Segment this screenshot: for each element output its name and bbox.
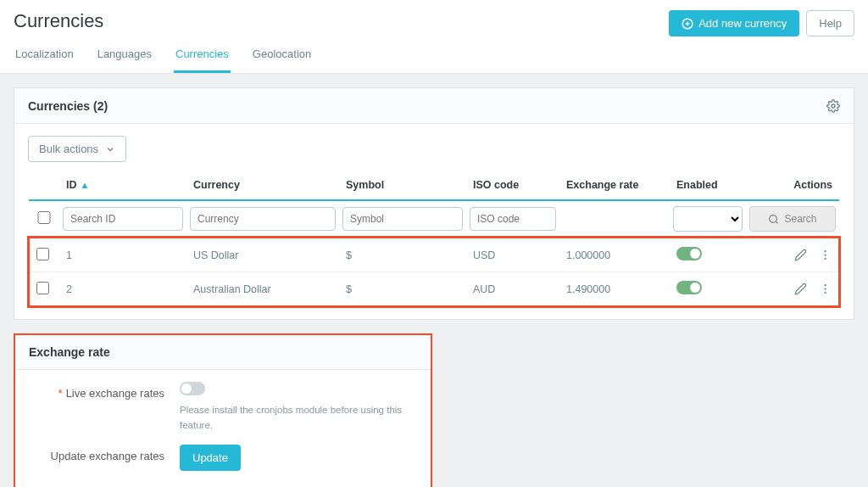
- update-rates-row: Update exchange rates Update: [29, 445, 417, 471]
- chevron-down-icon: [105, 144, 115, 154]
- edit-icon[interactable]: [794, 249, 807, 261]
- bulk-actions-button[interactable]: Bulk actions: [28, 136, 126, 162]
- currencies-card: Currencies (2) Bulk actions ID▲ Currency…: [14, 87, 854, 320]
- svg-line-5: [776, 221, 778, 223]
- filter-row: Search: [29, 200, 839, 238]
- col-id[interactable]: ID▲: [59, 171, 186, 200]
- col-rate[interactable]: Exchange rate: [559, 171, 670, 200]
- tab-localization[interactable]: Localization: [14, 37, 75, 73]
- edit-icon[interactable]: [794, 283, 807, 295]
- filter-enabled-select[interactable]: [673, 206, 743, 232]
- col-enabled[interactable]: Enabled: [670, 171, 746, 200]
- currencies-card-body: Bulk actions ID▲ Currency Symbol ISO cod…: [14, 124, 854, 319]
- svg-point-3: [832, 104, 835, 108]
- col-iso[interactable]: ISO code: [466, 171, 559, 200]
- update-rates-label: Update exchange rates: [29, 445, 164, 462]
- more-icon[interactable]: [819, 283, 832, 295]
- filter-symbol-input[interactable]: [342, 207, 463, 231]
- svg-point-9: [824, 284, 826, 286]
- col-currency[interactable]: Currency: [186, 171, 339, 200]
- exchange-rate-card: Exchange rate *Live exchange rates Pleas…: [14, 333, 432, 487]
- sort-asc-icon: ▲: [81, 180, 90, 190]
- filter-currency-input[interactable]: [190, 207, 336, 231]
- col-actions: Actions: [746, 171, 839, 200]
- table-row[interactable]: 2 Australian Dollar $ AUD 1.490000: [29, 272, 839, 307]
- currencies-card-title: Currencies (2): [28, 99, 108, 113]
- table-header-row: ID▲ Currency Symbol ISO code Exchange ra…: [29, 171, 839, 200]
- live-rates-label: *Live exchange rates: [29, 382, 164, 400]
- content-area: Currencies (2) Bulk actions ID▲ Currency…: [0, 74, 868, 487]
- cell-id: 2: [59, 272, 186, 307]
- help-button[interactable]: Help: [806, 10, 854, 36]
- update-button[interactable]: Update: [180, 445, 241, 471]
- live-rates-help: Please install the cronjobs module befor…: [180, 403, 417, 433]
- tab-languages[interactable]: Languages: [96, 37, 153, 73]
- tab-geolocation[interactable]: Geolocation: [251, 37, 313, 73]
- plus-circle-icon: [682, 18, 693, 30]
- page-title: Currencies: [14, 10, 103, 37]
- filter-iso-input[interactable]: [470, 207, 556, 231]
- cell-currency: US Dollar: [186, 238, 339, 272]
- tab-currencies[interactable]: Currencies: [174, 37, 231, 73]
- cell-rate: 1.000000: [559, 238, 670, 272]
- cell-rate: 1.490000: [559, 272, 670, 307]
- row-checkbox[interactable]: [36, 282, 49, 294]
- col-symbol[interactable]: Symbol: [339, 171, 466, 200]
- header-actions: Add new currency Help: [669, 10, 854, 36]
- svg-point-8: [824, 258, 826, 260]
- svg-point-6: [824, 250, 826, 252]
- cell-iso: USD: [466, 238, 559, 272]
- tabs-nav: Localization Languages Currencies Geoloc…: [0, 37, 868, 74]
- exchange-card-header: Exchange rate: [15, 335, 431, 370]
- currencies-table: ID▲ Currency Symbol ISO code Exchange ra…: [28, 171, 840, 307]
- search-icon: [768, 214, 779, 225]
- exchange-card-title: Exchange rate: [29, 345, 110, 359]
- live-rates-toggle[interactable]: [180, 382, 205, 395]
- cell-symbol: $: [339, 238, 466, 272]
- gear-icon[interactable]: [826, 98, 840, 113]
- exchange-card-body: *Live exchange rates Please install the …: [15, 370, 431, 487]
- cell-currency: Australian Dollar: [186, 272, 339, 307]
- page-header: Currencies Add new currency Help: [0, 0, 868, 37]
- table-body-highlight: 1 US Dollar $ USD 1.000000 2 Australian …: [29, 238, 839, 306]
- add-new-currency-button[interactable]: Add new currency: [669, 10, 799, 36]
- cell-symbol: $: [339, 272, 466, 307]
- filter-id-input[interactable]: [63, 207, 183, 231]
- row-checkbox[interactable]: [36, 248, 49, 260]
- add-btn-label: Add new currency: [698, 17, 787, 30]
- svg-point-7: [824, 255, 826, 256]
- live-rates-row: *Live exchange rates Please install the …: [29, 382, 417, 433]
- enabled-toggle[interactable]: [676, 281, 702, 294]
- svg-point-11: [824, 292, 826, 294]
- select-all-checkbox[interactable]: [32, 211, 56, 224]
- cell-id: 1: [59, 238, 186, 272]
- svg-point-10: [824, 288, 826, 290]
- enabled-toggle[interactable]: [676, 247, 702, 260]
- cell-iso: AUD: [466, 272, 559, 307]
- table-row[interactable]: 1 US Dollar $ USD 1.000000: [29, 238, 839, 272]
- currencies-card-header: Currencies (2): [14, 88, 854, 124]
- svg-point-4: [770, 215, 777, 222]
- search-button[interactable]: Search: [749, 206, 836, 232]
- more-icon[interactable]: [819, 249, 832, 261]
